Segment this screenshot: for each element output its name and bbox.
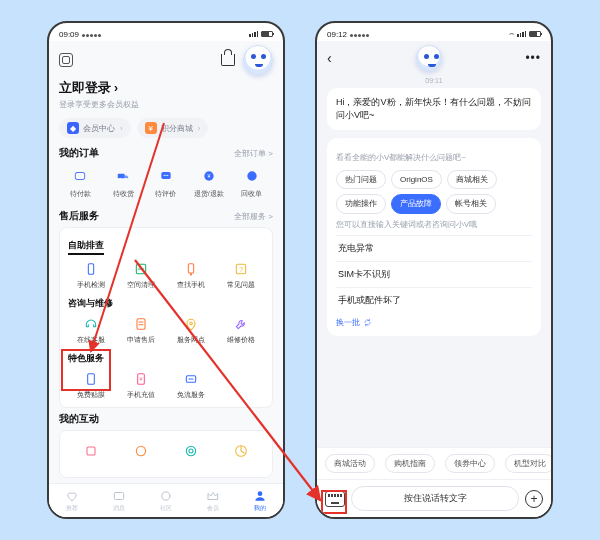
option-sim[interactable]: SIM卡不识别 [336,261,532,287]
login-block[interactable]: 立即登录 › 登录享受更多会员权益 [59,77,273,114]
svc-online-service[interactable]: 在线客服 [66,312,116,350]
group-self-help: 自助排查 [68,239,104,255]
service-header: 售后服务 [59,209,99,223]
quick-activity[interactable]: 商城活动 [325,454,375,473]
phone-check-icon [82,260,100,278]
svg-text:¥: ¥ [207,173,210,179]
wrench-icon [232,315,250,333]
svg-point-27 [189,449,193,453]
form-icon [132,315,150,333]
svg-rect-29 [115,492,124,499]
settings-icon[interactable] [59,53,73,67]
svc-service-point[interactable]: 服务网点 [166,312,216,350]
bot-avatar[interactable] [416,45,442,71]
svg-point-8 [167,175,168,176]
film-icon [82,370,100,388]
back-icon[interactable]: ‹ [327,50,332,66]
voice-input-button[interactable]: 按住说话转文字 [351,486,519,511]
wifi-icon: ⌢ [509,29,514,39]
chip-mall[interactable]: 商城相关 [447,170,497,190]
battery-icon [529,31,541,37]
svc-phone-check[interactable]: 手机检测 [66,257,116,295]
location-icon [182,315,200,333]
chip-function[interactable]: 功能操作 [336,194,386,214]
avatar[interactable] [243,45,273,75]
interact-item-4[interactable] [216,439,266,465]
svg-point-11 [247,171,256,180]
login-title: 立即登录 [59,79,111,97]
chip-fault[interactable]: 产品故障 [391,194,441,214]
plus-icon[interactable]: + [525,490,543,508]
interact-header: 我的互动 [59,412,99,426]
order-refund[interactable]: ¥ 退货/退款 [187,166,230,199]
svc-recharge[interactable]: ¥手机充值 [116,367,166,405]
headset-icon [82,315,100,333]
quick-compare[interactable]: 机型对比 [505,454,551,473]
interact-item-3[interactable] [166,439,216,465]
orders-row: 待付款 待收货 待评价 ¥ 退货/退款 回收单 [59,164,273,205]
svg-point-7 [165,175,166,176]
svc-free-data[interactable]: 免流服务 [166,367,216,405]
tab-member[interactable]: 会员 [206,489,220,513]
service-more[interactable]: 全部服务 > [234,211,273,222]
find-phone-icon [182,260,200,278]
svc-faq[interactable]: ?常见问题 [216,257,266,295]
recharge-icon: ¥ [132,370,150,388]
svc-find-phone[interactable]: 查找手机 [166,257,216,295]
status-bar: 09:09 [49,23,283,41]
wallet-icon [70,166,90,186]
svg-point-3 [119,178,121,180]
chat-header: ‹ ••• [317,41,551,75]
svg-point-4 [125,178,127,180]
quick-coupon[interactable]: 领券中心 [445,454,495,473]
tab-recommend[interactable]: 推荐 [65,489,79,513]
order-pending-pay[interactable]: 待付款 [59,166,102,199]
phone-left: 09:09 立即登录 › 登录享受更多会员权益 [47,21,285,519]
chip-hot[interactable]: 热门问题 [336,170,386,190]
chip-originos[interactable]: OriginOS [391,170,442,190]
recycle-icon [242,166,262,186]
chat-icon [156,166,176,186]
phone-right: 09:12 ⌢ ‹ ••• 09:11 Hi，亲爱的V粉，新年快乐！有什么问题，… [315,21,553,519]
data-icon [182,370,200,388]
orders-more[interactable]: 全部订单 > [234,148,273,159]
quick-guide[interactable]: 购机指南 [385,454,435,473]
tab-community[interactable]: 社区 [159,489,173,513]
swap-batch[interactable]: 换一批 [336,317,532,329]
interact-item-2[interactable] [116,439,166,465]
pill-points-mall[interactable]: ¥ 积分商城› [137,118,209,138]
svc-repair-price[interactable]: 维修价格 [216,312,266,350]
status-indicator-dots [349,30,369,39]
chip-account[interactable]: 帐号相关 [446,194,496,214]
svc-free-film[interactable]: 免费贴膜 [66,367,116,405]
svc-space-clean[interactable]: 空间清理 [116,257,166,295]
signal-icon [249,31,258,37]
bottom-tab-bar: 推荐 消息 社区 会员 我的 [49,483,283,517]
svg-point-31 [257,491,262,496]
refresh-icon [363,318,372,327]
chat-options-bubble: 看看全能的小V都能解决什么问题吧~ 热门问题 OriginOS 商城相关 功能操… [327,138,541,336]
tab-message[interactable]: 消息 [112,489,126,513]
svg-point-25 [136,446,145,455]
keyboard-icon[interactable] [325,491,345,507]
more-icon[interactable]: ••• [525,51,541,65]
option-broken[interactable]: 手机或配件坏了 [336,287,532,313]
order-recycle[interactable]: 回收单 [230,166,273,199]
svc-apply-aftersale[interactable]: 申请售后 [116,312,166,350]
interact-item-1[interactable] [66,439,116,465]
svg-rect-24 [87,447,95,455]
tab-mine[interactable]: 我的 [253,489,267,513]
order-pending-review[interactable]: 待评价 [145,166,188,199]
coin-icon: ¥ [145,122,157,134]
svg-rect-0 [76,173,85,180]
cart-icon[interactable] [221,54,235,66]
order-pending-receive[interactable]: 待收货 [102,166,145,199]
category-chips: 热门问题 OriginOS 商城相关 功能操作 产品故障 帐号相关 [336,170,532,214]
status-time: 09:09 [59,30,79,39]
status-indicator-dots [81,30,101,39]
svg-rect-1 [81,175,83,177]
faq-icon: ? [232,260,250,278]
option-charging[interactable]: 充电异常 [336,235,532,261]
svg-point-6 [164,175,165,176]
pill-member-center[interactable]: ◆ 会员中心› [59,118,131,138]
